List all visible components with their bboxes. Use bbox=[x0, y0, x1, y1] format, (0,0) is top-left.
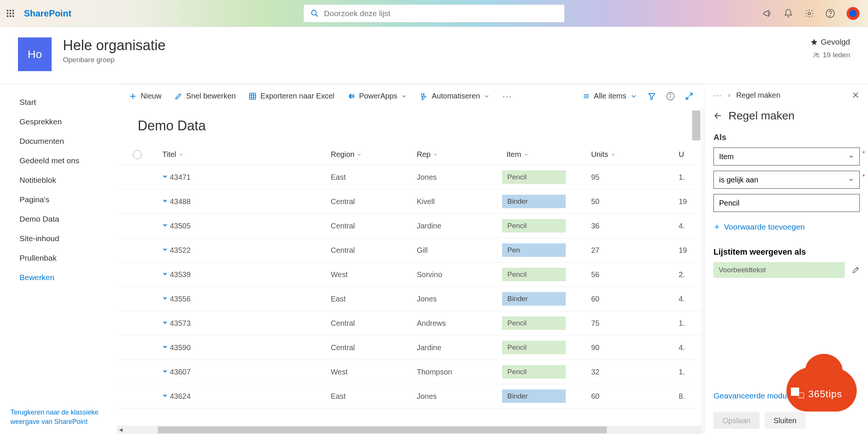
nav-item[interactable]: Notitieblok bbox=[19, 170, 117, 190]
left-nav: StartGesprekkenDocumentenGedeeld met ons… bbox=[0, 84, 117, 434]
vertical-scrollbar[interactable] bbox=[692, 110, 700, 140]
table-row[interactable]: 43556EastJonesBinder604. bbox=[117, 287, 701, 311]
members-label: 19 leden bbox=[823, 51, 850, 59]
new-label: Nieuw bbox=[141, 92, 162, 100]
value-input[interactable] bbox=[713, 194, 860, 212]
table-row[interactable]: 43471EastJonesPencil951. bbox=[117, 165, 701, 189]
expand-icon[interactable] bbox=[685, 92, 694, 101]
table-row[interactable]: 43624EastJonesBinder608. bbox=[117, 384, 701, 409]
cell-item: Pen bbox=[502, 243, 587, 257]
scroll-left-icon[interactable]: ◄ bbox=[117, 426, 125, 434]
quickedit-label: Snel bewerken bbox=[186, 92, 236, 100]
info-icon[interactable] bbox=[666, 92, 675, 101]
follow-button[interactable]: Gevolgd bbox=[810, 37, 850, 46]
table-row[interactable]: 43539WestSorvinoPencil562. bbox=[117, 262, 701, 287]
chevron-down-icon bbox=[178, 152, 184, 157]
nav-item[interactable]: Documenten bbox=[19, 131, 117, 151]
cell-titel: 43573 bbox=[158, 319, 326, 328]
nav-item[interactable]: Demo Data bbox=[19, 209, 117, 229]
column-select[interactable]: Item bbox=[713, 148, 860, 166]
cell-item: Pencil bbox=[502, 341, 587, 354]
column-header-units[interactable]: Units bbox=[587, 150, 674, 159]
nav-item[interactable]: Prullenbak bbox=[19, 248, 117, 268]
chevron-down-icon bbox=[523, 152, 529, 157]
search-input[interactable] bbox=[324, 9, 557, 18]
automate-button[interactable]: Automatiseren bbox=[415, 85, 495, 107]
members-link[interactable]: 19 leden bbox=[810, 51, 850, 59]
classic-link[interactable]: Terugkeren naar de klassieke weergave va… bbox=[10, 408, 106, 427]
close-button[interactable]: Sluiten bbox=[765, 412, 806, 429]
cell-region: Central bbox=[326, 319, 412, 328]
nav-item[interactable]: Pagina's bbox=[19, 190, 117, 209]
scroll-thumb[interactable] bbox=[158, 427, 607, 433]
close-icon[interactable] bbox=[852, 91, 860, 99]
required-indicator: * bbox=[862, 150, 865, 158]
cell-rep: Sorvino bbox=[412, 270, 502, 279]
search-box[interactable] bbox=[303, 4, 565, 22]
nav-item[interactable]: Gesprekken bbox=[19, 112, 117, 131]
table-row[interactable]: 43522CentralGillPen2719 bbox=[117, 238, 701, 262]
cell-region: Central bbox=[326, 197, 412, 206]
cell-titel: 43522 bbox=[158, 246, 326, 255]
cell-rep: Andrews bbox=[412, 319, 502, 328]
table-row[interactable]: 43505CentralJardinePencil364. bbox=[117, 214, 701, 238]
cell-units: 32 bbox=[587, 368, 674, 376]
cell-region: West bbox=[326, 368, 412, 376]
cell-units: 36 bbox=[587, 222, 674, 230]
horizontal-scrollbar[interactable]: ◄ bbox=[117, 426, 701, 434]
cell-region: Central bbox=[326, 246, 412, 255]
gear-icon[interactable] bbox=[804, 9, 814, 18]
table-row[interactable]: 43590CentralJardinePencil904. bbox=[117, 336, 701, 360]
column-header-region[interactable]: Region bbox=[326, 150, 412, 159]
preview-box: Voorbeeldtekst bbox=[713, 262, 845, 278]
style-icon[interactable] bbox=[852, 266, 860, 274]
back-arrow-icon[interactable] bbox=[713, 111, 722, 120]
app-launcher-icon[interactable] bbox=[4, 7, 16, 19]
svg-line-10 bbox=[316, 14, 318, 16]
nav-item[interactable]: Gedeeld met ons bbox=[19, 151, 117, 170]
panel-title: Regel maken bbox=[713, 109, 860, 122]
value-input-field[interactable] bbox=[719, 199, 854, 207]
column-header-titel[interactable]: Titel bbox=[158, 150, 326, 159]
search-icon bbox=[311, 9, 319, 18]
chevron-down-icon bbox=[848, 154, 854, 160]
table-row[interactable]: 43488CentralKivellBinder5019 bbox=[117, 189, 701, 214]
new-button[interactable]: Nieuw bbox=[123, 85, 167, 107]
brand-label[interactable]: SharePoint bbox=[24, 8, 71, 19]
svg-point-11 bbox=[808, 12, 811, 15]
select-all-column[interactable] bbox=[117, 150, 158, 159]
quickedit-button[interactable]: Snel bewerken bbox=[169, 85, 241, 107]
view-selector[interactable]: Alle items bbox=[583, 92, 638, 100]
cell-titel: 43556 bbox=[158, 295, 326, 303]
megaphone-icon[interactable] bbox=[762, 9, 772, 18]
svg-rect-0 bbox=[7, 10, 8, 11]
cell-item: Pencil bbox=[502, 219, 587, 233]
save-button[interactable]: Opslaan bbox=[713, 412, 760, 429]
bell-icon[interactable] bbox=[783, 9, 793, 18]
column-header-rep[interactable]: Rep bbox=[412, 150, 502, 159]
filter-icon[interactable] bbox=[647, 92, 656, 101]
view-label: Alle items bbox=[594, 92, 626, 100]
breadcrumb-more[interactable]: ··· bbox=[713, 91, 722, 100]
avatar[interactable] bbox=[846, 7, 860, 20]
svg-rect-7 bbox=[10, 15, 11, 17]
chevron-right-icon bbox=[727, 93, 732, 98]
powerapps-button[interactable]: PowerApps bbox=[342, 85, 412, 107]
operator-select[interactable]: is gelijk aan bbox=[713, 171, 860, 189]
help-icon[interactable] bbox=[825, 9, 835, 18]
export-button[interactable]: Exporteren naar Excel bbox=[243, 85, 340, 107]
add-condition-button[interactable]: Voorwaarde toevoegen bbox=[713, 222, 860, 231]
cell-region: West bbox=[326, 270, 412, 279]
header-actions bbox=[762, 7, 864, 20]
nav-item[interactable]: Site-inhoud bbox=[19, 229, 117, 248]
site-logo[interactable]: Ho bbox=[18, 37, 52, 71]
column-header-unit[interactable]: U bbox=[674, 150, 697, 159]
column-header-item[interactable]: Item bbox=[502, 150, 587, 159]
table-row[interactable]: 43607WestThompsonPencil321. bbox=[117, 360, 701, 384]
more-button[interactable]: ··· bbox=[497, 85, 517, 107]
nav-item[interactable]: Start bbox=[19, 92, 117, 112]
nav-edit-link[interactable]: Bewerken bbox=[19, 268, 117, 287]
site-subtitle: Openbare groep bbox=[63, 56, 166, 64]
table-row[interactable]: 43573CentralAndrewsPencil751. bbox=[117, 311, 701, 336]
cell-rep: Jones bbox=[412, 295, 502, 303]
